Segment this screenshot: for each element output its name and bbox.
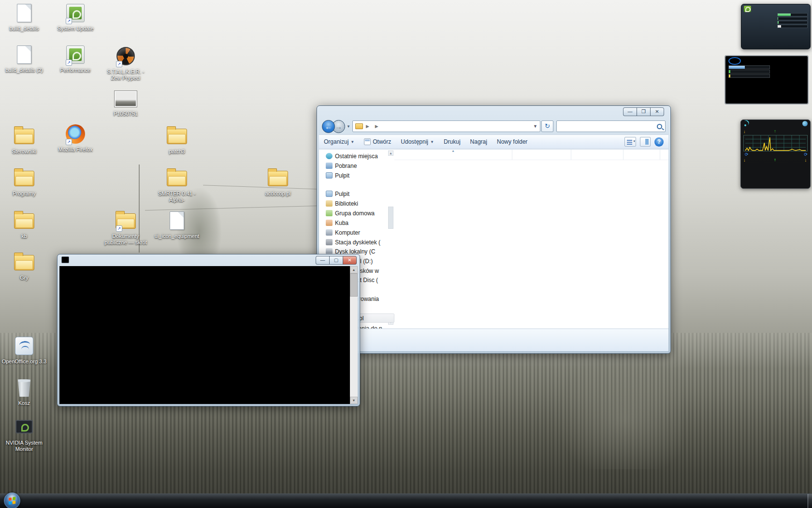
nav-item-icon xyxy=(326,191,333,197)
desktop-icon[interactable]: ↗ build_details xyxy=(1,3,47,32)
desktop-icon-label: OpenOffice.org 3.3 xyxy=(1,359,47,365)
desktop-icon-label: SMRTER 0.41 -Alpha- xyxy=(154,191,200,203)
history-dropdown-icon[interactable]: ▼ xyxy=(347,124,350,129)
breadcrumb-chevron-icon: ▶ xyxy=(366,124,369,129)
column-header-type[interactable] xyxy=(571,149,624,160)
chevron-down-icon: ▼ xyxy=(350,140,354,144)
close-button[interactable]: ✕ xyxy=(650,107,664,116)
desktop-icon-label: Dokumenty publiczne — skrót xyxy=(102,233,149,246)
refresh-total-icon[interactable]: ⟳ xyxy=(804,152,808,157)
toolbar-button-label: Otwórz xyxy=(373,138,391,145)
nav-item[interactable]: Biblioteki xyxy=(319,199,394,208)
nav-item[interactable]: Pulpit xyxy=(319,189,394,198)
desktop-icon[interactable]: ↗ NVIDIA System Monitor xyxy=(1,417,47,452)
details-pane xyxy=(319,329,668,351)
cmd-window: — ▢ ✕ ▲ ▼ xyxy=(57,254,360,406)
shortcut-arrow-icon: ↗ xyxy=(66,139,72,145)
maximize-button[interactable]: ❐ xyxy=(637,107,651,116)
nav-item-icon xyxy=(326,200,333,207)
column-header-name[interactable] xyxy=(394,149,512,160)
desktop-icon-label: build_details (2) xyxy=(1,67,47,74)
nav-item-label: Biblioteki xyxy=(335,200,358,207)
desktop-icon[interactable]: ↗ acdccop.pl xyxy=(255,168,301,197)
desktop-icon-label: P1050751 xyxy=(102,111,149,117)
toolbar-button[interactable]: Organizuj ▼ xyxy=(324,138,354,145)
console-scrollbar[interactable]: ▲ ▼ xyxy=(350,266,358,404)
nav-item-label: Grupa domowa xyxy=(335,210,375,217)
cpu-gadget[interactable] xyxy=(725,55,809,105)
shortcut-arrow-icon: ↗ xyxy=(116,61,122,67)
desktop-icon-art: ↗ xyxy=(166,210,188,232)
toolbar-button[interactable]: Udostępnij ▼ xyxy=(401,138,434,145)
toolbar-button-label: Udostępnij xyxy=(401,138,428,145)
toolbar-button-label: Nowy folder xyxy=(497,138,527,145)
desktop-icon[interactable]: ↗ OpenOffice.org 3.3 xyxy=(1,336,47,365)
desktop-icon-label: ui_icon_equipment xyxy=(154,233,200,239)
desktop-icon-art: ↗ xyxy=(64,3,87,24)
desktop-icon[interactable]: ↗ S.T.A.L.K.E.R. - Zew Prypeci xyxy=(102,46,149,81)
desktop-icon[interactable]: ↗ build_details (2) xyxy=(1,45,47,74)
address-dropdown-icon[interactable]: ▼ xyxy=(533,124,537,129)
desktop-icon[interactable]: ↗ Performance xyxy=(52,45,99,74)
nav-item-label: Pulpit xyxy=(335,191,349,197)
desktop-icon[interactable]: ↗ Kosz xyxy=(1,377,47,406)
explorer-toolbar: Organizuj ▼ Otwórz ▼ Udostępnij ▼ xyxy=(319,134,668,149)
network-meter-gadget[interactable]: ↑ ↓ ⟳⟳ ↑↑ ↓↓ xyxy=(740,120,811,189)
refresh-button[interactable]: ↻ xyxy=(541,120,553,132)
close-button[interactable]: ✕ xyxy=(343,256,357,265)
minimize-button[interactable]: — xyxy=(316,256,330,265)
breadcrumb[interactable]: ▶ ▶ ▼ xyxy=(352,120,540,132)
maximize-button[interactable]: ▢ xyxy=(329,256,343,265)
desktop-icon-label: build_details xyxy=(1,26,47,32)
nav-item[interactable]: Pulpit xyxy=(319,171,394,180)
toolbar-button[interactable]: Nagraj ▼ xyxy=(470,138,487,145)
nav-item[interactable]: Kuba xyxy=(319,218,394,227)
nav-item[interactable]: Ostatnie miejsca xyxy=(319,151,394,161)
refresh-current-icon[interactable]: ⟳ xyxy=(745,152,749,157)
desktop-icon[interactable]: ↗ kb xyxy=(1,210,47,239)
taskbar xyxy=(0,493,812,508)
scroll-down-icon[interactable]: ▼ xyxy=(350,397,358,404)
gpu-gadget[interactable] xyxy=(741,4,811,49)
desktop-icon[interactable]: ↗ System Update xyxy=(52,3,99,32)
wallpaper-tree xyxy=(556,358,682,469)
desktop-icon-art: ↗ xyxy=(166,126,188,147)
desktop-icon[interactable]: ↗ Mozilla Firefox xyxy=(52,124,99,153)
nav-item[interactable]: Grupa domowa xyxy=(319,209,394,218)
scroll-up-icon[interactable]: ▲ xyxy=(350,266,358,273)
desktop-icon-label: patch3 xyxy=(154,149,200,155)
desktop-icon[interactable]: ↗ SMRTER 0.41 -Alpha- xyxy=(154,168,200,203)
help-button[interactable]: ? xyxy=(654,137,664,147)
desktop-icon[interactable]: ↗ Gry xyxy=(1,252,47,281)
minimize-button[interactable]: — xyxy=(623,107,637,116)
nav-item[interactable]: Pobrane xyxy=(319,161,394,170)
column-header-date[interactable] xyxy=(512,149,571,160)
nav-item[interactable]: Komputer xyxy=(319,228,394,237)
preview-pane-button[interactable] xyxy=(640,137,651,147)
views-button[interactable] xyxy=(624,137,636,147)
scroll-thumb[interactable] xyxy=(350,273,358,297)
desktop-icon[interactable]: ↗ ui_icon_equipment xyxy=(154,210,200,239)
desktop-icon[interactable]: ↗ patch3 xyxy=(154,126,200,155)
search-input[interactable] xyxy=(560,123,657,130)
nav-item-label: Stacja dyskietek ( xyxy=(335,239,380,246)
toolbar-button[interactable]: Drukuj ▼ xyxy=(444,138,461,145)
desktop-icon[interactable]: ↗ Sterowniki xyxy=(1,126,47,155)
search-box[interactable] xyxy=(556,120,666,132)
console-output xyxy=(59,266,350,404)
show-desktop-button[interactable] xyxy=(808,494,812,508)
toolbar-button[interactable]: Otwórz ▼ xyxy=(364,138,391,145)
column-header-size[interactable] xyxy=(624,149,660,160)
window-controls: — ❐ ✕ xyxy=(624,107,664,116)
desktop-icon-label: kb xyxy=(1,233,47,239)
console[interactable]: ▲ ▼ xyxy=(59,266,358,404)
desktop-icon[interactable]: ↗ P1050751 xyxy=(102,88,149,117)
toolbar-button[interactable]: Nowy folder ▼ xyxy=(497,138,527,145)
desktop-icon[interactable]: ↗ Programy xyxy=(1,168,47,197)
nav-item-icon xyxy=(326,163,333,169)
back-button[interactable]: ← xyxy=(322,120,335,133)
desktop-icon[interactable]: ↗ Dokumenty publiczne — skrót xyxy=(102,210,149,246)
nav-item[interactable]: Stacja dyskietek ( xyxy=(319,238,394,247)
start-button[interactable] xyxy=(4,493,20,508)
toolbar-button-label: Organizuj xyxy=(324,138,348,145)
